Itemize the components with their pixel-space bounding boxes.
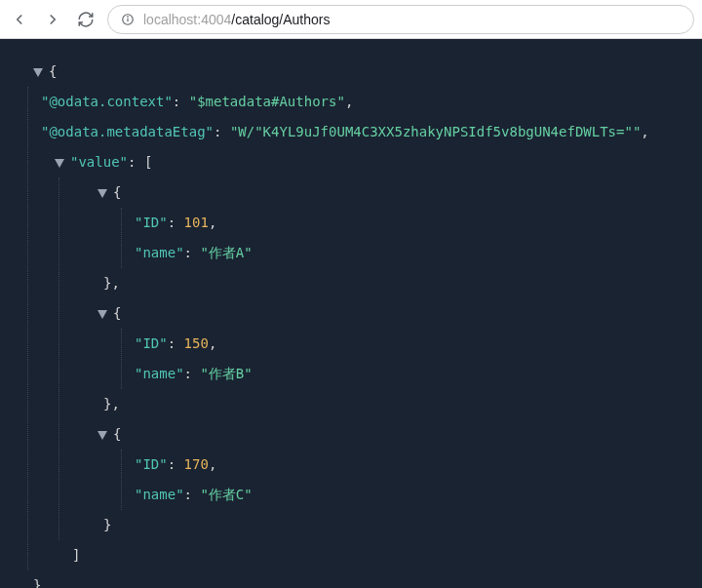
site-info-icon[interactable] [120,12,136,27]
json-key: "value" [70,154,128,170]
json-string: "W/"K4YL9uJf0UM4C3XX5zhakyNPSIdf5v8bgUN4… [230,124,641,139]
json-key: "@odata.metadataEtag" [41,124,214,139]
json-root-close: } [10,570,692,588]
json-property: "@odata.context": "$metadata#Authors", [10,87,692,117]
forward-button[interactable] [41,8,64,31]
collapse-toggle-icon[interactable] [98,431,107,440]
json-property: "name": "作者A" [10,238,692,268]
collapse-toggle-icon[interactable] [33,68,43,77]
json-string: "$metadata#Authors" [189,94,345,109]
json-key: "ID" [135,335,168,351]
json-string: "作者C" [200,487,252,502]
json-object-close: }, [10,389,692,419]
json-number: 170 [184,456,209,472]
json-key: "name" [135,366,184,381]
json-property: "name": "作者B" [10,359,692,389]
json-property: "value": [ [10,147,692,177]
json-key: "name" [135,245,184,260]
json-property: "ID": 150, [10,329,692,359]
json-string: "作者A" [200,245,252,260]
json-property: "name": "作者C" [10,480,692,510]
url-text: localhost:4004/catalog/Authors [143,12,330,27]
collapse-toggle-icon[interactable] [55,159,64,168]
json-property: "ID": 170, [10,450,692,480]
collapse-toggle-icon[interactable] [98,310,107,319]
back-button[interactable] [8,8,31,31]
collapse-toggle-icon[interactable] [98,189,107,198]
json-object-open: { [10,419,692,450]
json-object-close: } [10,510,692,540]
svg-point-2 [128,16,129,17]
json-key: "ID" [135,215,168,230]
address-bar[interactable]: localhost:4004/catalog/Authors [107,5,694,34]
json-key: "name" [135,487,184,502]
reload-button[interactable] [74,8,98,31]
json-object-open: { [10,177,692,208]
json-number: 101 [184,215,209,230]
json-viewer[interactable]: { "@odata.context": "$metadata#Authors",… [0,39,702,588]
json-key: "ID" [135,456,168,472]
json-key: "@odata.context" [41,94,173,109]
json-object-open: { [10,298,692,329]
json-root-open: { [10,57,692,87]
json-string: "作者B" [200,366,252,381]
json-number: 150 [184,335,209,351]
json-object-close: }, [10,268,692,298]
json-property: "ID": 101, [10,208,692,238]
json-property: "@odata.metadataEtag": "W/"K4YL9uJf0UM4C… [10,117,692,147]
json-array-close: ] [10,540,692,570]
browser-toolbar: localhost:4004/catalog/Authors [0,0,702,39]
